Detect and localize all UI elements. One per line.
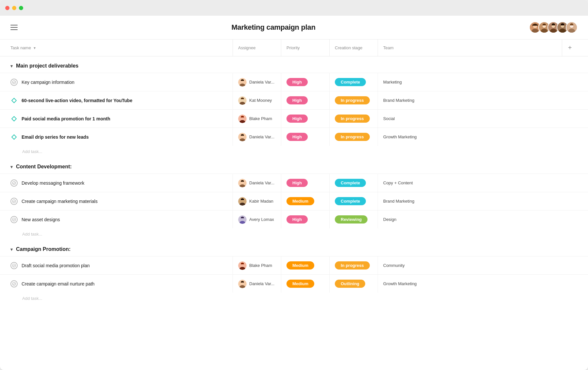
task-name-cell: Create campaign email nurture path — [10, 280, 233, 287]
add-column-button[interactable]: + — [562, 39, 578, 56]
task-priority-cell: High — [281, 174, 329, 192]
assignee-name: Avery Lomax — [249, 217, 274, 222]
task-name-cell: Develop messaging framework — [10, 179, 233, 187]
priority-badge[interactable]: High — [286, 215, 308, 224]
task-label: Create campaign marketing materials — [22, 199, 98, 204]
team-label: Brand Marketing — [383, 98, 414, 103]
app-window: Marketing campaign plan — [0, 0, 588, 370]
task-stage-cell: Reviewing — [329, 210, 378, 228]
add-task-row[interactable]: Add task... — [0, 228, 588, 240]
col-header-team[interactable]: Team — [378, 39, 562, 56]
task-row[interactable]: Email drip series for new leads Daniela … — [0, 128, 588, 146]
priority-badge[interactable]: High — [286, 96, 308, 104]
task-check-icon — [10, 262, 18, 269]
task-check-icon — [10, 198, 18, 205]
section-content-development: ▾ Content Development: Develop messaging… — [0, 157, 588, 240]
task-row[interactable]: Develop messaging framework Daniela Var.… — [0, 174, 588, 192]
add-task-row[interactable]: Add task... — [0, 146, 588, 157]
task-stage-cell: Complete — [329, 73, 378, 91]
col-header-creation-stage[interactable]: Creation stage — [329, 39, 378, 56]
section-chevron-icon: ▾ — [10, 64, 13, 69]
task-assignee-cell: Blake Pham — [233, 256, 281, 274]
col-header-task-name[interactable]: Task name ▾ — [10, 45, 233, 50]
section-header-content-development[interactable]: ▾ Content Development: — [0, 157, 588, 174]
task-row[interactable]: Create campaign email nurture path Danie… — [0, 274, 588, 293]
task-label: New asset designs — [22, 217, 60, 222]
svg-point-40 — [12, 218, 16, 221]
task-assignee-cell: Daniela Var... — [233, 174, 281, 192]
priority-badge[interactable]: High — [286, 78, 308, 86]
assignee-avatar — [238, 215, 247, 224]
task-row[interactable]: 60-second live-action video, formatted f… — [0, 91, 588, 109]
assignee-avatar — [238, 78, 247, 86]
stage-badge[interactable]: In progress — [335, 96, 370, 104]
team-avatars — [529, 22, 578, 33]
priority-badge[interactable]: Medium — [286, 197, 314, 205]
section-header-campaign-promotion[interactable]: ▾ Campaign Promotion: — [0, 240, 588, 256]
hamburger-menu[interactable] — [10, 25, 18, 30]
task-team-cell: Marketing — [378, 73, 578, 91]
stage-badge[interactable]: Complete — [335, 78, 366, 86]
team-label: Copy + Content — [383, 180, 413, 185]
stage-badge[interactable]: Reviewing — [335, 215, 368, 224]
stage-badge[interactable]: In progress — [335, 115, 370, 123]
task-check-icon — [10, 216, 18, 223]
priority-badge[interactable]: High — [286, 179, 308, 187]
avatar[interactable] — [566, 22, 578, 33]
add-task-row[interactable]: Add task... — [0, 293, 588, 304]
content-area: ▾ Main project deliverables Key campaign… — [0, 56, 588, 304]
assignee-name: Daniela Var... — [249, 80, 274, 85]
task-row[interactable]: Paid social media promotion for 1 month … — [0, 109, 588, 128]
task-row[interactable]: Draft social media promotion plan Blake … — [0, 256, 588, 274]
task-priority-cell: High — [281, 73, 329, 91]
task-priority-cell: High — [281, 110, 329, 128]
task-assignee-cell: Avery Lomax — [233, 210, 281, 228]
svg-marker-28 — [12, 135, 16, 139]
stage-badge[interactable]: Complete — [335, 179, 366, 187]
task-assignee-cell: Daniela Var... — [233, 128, 281, 146]
minimize-button[interactable] — [12, 6, 16, 10]
assignee-avatar — [238, 133, 247, 141]
team-label: Social — [383, 116, 395, 121]
task-team-cell: Brand Marketing — [378, 91, 578, 109]
team-label: Brand Marketing — [383, 199, 414, 204]
task-stage-cell: In progress — [329, 128, 378, 146]
task-name-cell: 60-second live-action video, formatted f… — [10, 97, 233, 104]
task-stage-cell: Complete — [329, 174, 378, 192]
stage-badge[interactable]: In progress — [335, 133, 370, 141]
task-row[interactable]: New asset designs Avery Lomax High Revie… — [0, 210, 588, 228]
team-label: Marketing — [383, 80, 402, 85]
priority-badge[interactable]: High — [286, 133, 308, 141]
stage-badge[interactable]: In progress — [335, 261, 370, 270]
task-assignee-cell: Daniela Var... — [233, 73, 281, 91]
priority-badge[interactable]: High — [286, 115, 308, 123]
assignee-avatar — [238, 179, 247, 187]
stage-badge[interactable]: Complete — [335, 197, 366, 205]
chevron-down-icon: ▾ — [34, 46, 36, 50]
close-button[interactable] — [5, 6, 9, 10]
task-check-icon — [10, 79, 18, 86]
task-label: Draft social media promotion plan — [22, 263, 90, 268]
section-title: Campaign Promotion: — [16, 246, 71, 252]
assignee-name: Blake Pham — [249, 116, 272, 121]
col-header-assignee[interactable]: Assignee — [233, 39, 281, 56]
stage-badge[interactable]: Outlining — [335, 280, 365, 288]
task-row[interactable]: Key campaign information Daniela Var... … — [0, 73, 588, 91]
priority-badge[interactable]: Medium — [286, 280, 314, 288]
priority-badge[interactable]: Medium — [286, 261, 314, 270]
task-label: 60-second live-action video, formatted f… — [22, 98, 132, 103]
task-team-cell: Growth Marketing — [378, 128, 578, 146]
team-label: Design — [383, 217, 396, 222]
task-assignee-cell: Daniela Var... — [233, 275, 281, 293]
task-team-cell: Brand Marketing — [378, 192, 578, 210]
team-label: Community — [383, 263, 405, 268]
section-header-main-deliverables[interactable]: ▾ Main project deliverables — [0, 56, 588, 73]
col-header-priority[interactable]: Priority — [281, 39, 329, 56]
svg-point-16 — [12, 81, 16, 84]
section-title: Main project deliverables — [16, 63, 78, 69]
maximize-button[interactable] — [19, 6, 23, 10]
task-row[interactable]: Create campaign marketing materials Kabi… — [0, 192, 588, 210]
task-team-cell: Growth Marketing — [378, 275, 578, 293]
svg-marker-24 — [12, 116, 16, 121]
svg-point-36 — [12, 200, 16, 203]
